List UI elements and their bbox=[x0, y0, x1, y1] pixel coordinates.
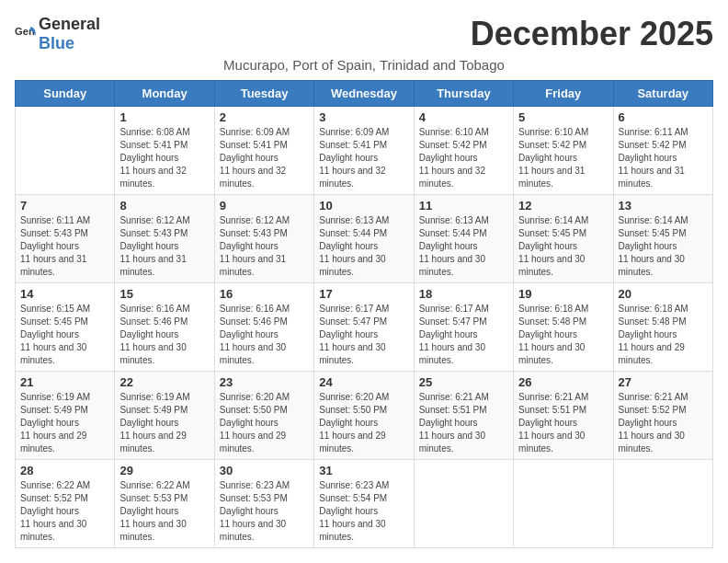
day-number: 6 bbox=[619, 110, 708, 124]
subtitle: Mucurapo, Port of Spain, Trinidad and To… bbox=[15, 57, 713, 73]
day-header-wednesday: Wednesday bbox=[314, 81, 414, 107]
day-number: 16 bbox=[220, 287, 309, 301]
day-info: Sunrise: 6:23 AMSunset: 5:53 PMDaylight … bbox=[220, 479, 309, 544]
calendar-cell: 26Sunrise: 6:21 AMSunset: 5:51 PMDayligh… bbox=[514, 372, 613, 460]
day-info: Sunrise: 6:20 AMSunset: 5:50 PMDaylight … bbox=[220, 391, 309, 455]
calendar-cell: 3Sunrise: 6:09 AMSunset: 5:41 PMDaylight… bbox=[314, 107, 414, 195]
calendar-week-row: 7Sunrise: 6:11 AMSunset: 5:43 PMDaylight… bbox=[16, 195, 713, 283]
day-number: 10 bbox=[319, 199, 408, 213]
logo: Gen General Blue bbox=[15, 15, 100, 53]
day-info: Sunrise: 6:10 AMSunset: 5:42 PMDaylight … bbox=[419, 126, 508, 190]
day-info: Sunrise: 6:21 AMSunset: 5:51 PMDaylight … bbox=[518, 391, 608, 455]
day-info: Sunrise: 6:19 AMSunset: 5:49 PMDaylight … bbox=[119, 391, 209, 455]
day-info: Sunrise: 6:18 AMSunset: 5:48 PMDaylight … bbox=[619, 303, 708, 367]
calendar-cell: 9Sunrise: 6:12 AMSunset: 5:43 PMDaylight… bbox=[214, 195, 313, 283]
day-header-friday: Friday bbox=[514, 81, 613, 107]
day-info: Sunrise: 6:21 AMSunset: 5:51 PMDaylight … bbox=[419, 391, 508, 455]
calendar-week-row: 21Sunrise: 6:19 AMSunset: 5:49 PMDayligh… bbox=[16, 372, 713, 460]
day-header-thursday: Thursday bbox=[414, 81, 513, 107]
day-number: 20 bbox=[619, 287, 708, 301]
calendar-cell: 31Sunrise: 6:23 AMSunset: 5:54 PMDayligh… bbox=[314, 460, 414, 548]
day-number: 25 bbox=[419, 375, 508, 389]
day-number: 2 bbox=[220, 110, 309, 124]
day-number: 3 bbox=[319, 110, 408, 124]
day-info: Sunrise: 6:16 AMSunset: 5:46 PMDaylight … bbox=[119, 303, 209, 367]
calendar-cell: 27Sunrise: 6:21 AMSunset: 5:52 PMDayligh… bbox=[613, 372, 712, 460]
calendar-cell: 2Sunrise: 6:09 AMSunset: 5:41 PMDaylight… bbox=[214, 107, 313, 195]
calendar-cell bbox=[514, 460, 613, 548]
day-info: Sunrise: 6:13 AMSunset: 5:44 PMDaylight … bbox=[419, 214, 508, 279]
day-info: Sunrise: 6:19 AMSunset: 5:49 PMDaylight … bbox=[20, 391, 109, 455]
calendar-week-row: 1Sunrise: 6:08 AMSunset: 5:41 PMDaylight… bbox=[16, 107, 713, 195]
day-info: Sunrise: 6:09 AMSunset: 5:41 PMDaylight … bbox=[319, 126, 408, 190]
day-header-monday: Monday bbox=[115, 81, 214, 107]
calendar-cell: 25Sunrise: 6:21 AMSunset: 5:51 PMDayligh… bbox=[414, 372, 513, 460]
day-number: 8 bbox=[119, 199, 209, 213]
day-info: Sunrise: 6:13 AMSunset: 5:44 PMDaylight … bbox=[319, 214, 408, 279]
day-number: 28 bbox=[20, 464, 109, 477]
day-number: 19 bbox=[518, 287, 608, 301]
calendar-cell: 16Sunrise: 6:16 AMSunset: 5:46 PMDayligh… bbox=[214, 283, 313, 372]
calendar-cell: 29Sunrise: 6:22 AMSunset: 5:53 PMDayligh… bbox=[115, 460, 214, 548]
calendar-cell: 22Sunrise: 6:19 AMSunset: 5:49 PMDayligh… bbox=[115, 372, 214, 460]
day-info: Sunrise: 6:17 AMSunset: 5:47 PMDaylight … bbox=[419, 303, 508, 367]
calendar-cell: 23Sunrise: 6:20 AMSunset: 5:50 PMDayligh… bbox=[214, 372, 313, 460]
day-info: Sunrise: 6:14 AMSunset: 5:45 PMDaylight … bbox=[518, 214, 608, 279]
day-header-saturday: Saturday bbox=[613, 81, 712, 107]
day-info: Sunrise: 6:14 AMSunset: 5:45 PMDaylight … bbox=[619, 214, 708, 279]
calendar-cell: 13Sunrise: 6:14 AMSunset: 5:45 PMDayligh… bbox=[613, 195, 712, 283]
day-header-tuesday: Tuesday bbox=[214, 81, 313, 107]
day-header-sunday: Sunday bbox=[16, 81, 115, 107]
day-info: Sunrise: 6:16 AMSunset: 5:46 PMDaylight … bbox=[220, 303, 309, 367]
day-number: 29 bbox=[119, 464, 209, 477]
calendar-cell: 15Sunrise: 6:16 AMSunset: 5:46 PMDayligh… bbox=[115, 283, 214, 372]
day-info: Sunrise: 6:12 AMSunset: 5:43 PMDaylight … bbox=[119, 214, 209, 279]
day-info: Sunrise: 6:21 AMSunset: 5:52 PMDaylight … bbox=[619, 391, 708, 455]
day-info: Sunrise: 6:15 AMSunset: 5:45 PMDaylight … bbox=[20, 303, 109, 367]
calendar-cell: 17Sunrise: 6:17 AMSunset: 5:47 PMDayligh… bbox=[314, 283, 414, 372]
day-number: 21 bbox=[20, 375, 109, 389]
calendar-cell: 8Sunrise: 6:12 AMSunset: 5:43 PMDaylight… bbox=[115, 195, 214, 283]
day-number: 13 bbox=[619, 199, 708, 213]
day-info: Sunrise: 6:08 AMSunset: 5:41 PMDaylight … bbox=[119, 126, 209, 190]
day-number: 14 bbox=[20, 287, 109, 301]
logo-general: General bbox=[39, 15, 100, 33]
logo-icon: Gen bbox=[15, 23, 37, 45]
day-number: 5 bbox=[518, 110, 608, 124]
calendar-cell: 21Sunrise: 6:19 AMSunset: 5:49 PMDayligh… bbox=[16, 372, 115, 460]
calendar-cell bbox=[16, 107, 115, 195]
day-number: 12 bbox=[518, 199, 608, 213]
calendar-cell: 18Sunrise: 6:17 AMSunset: 5:47 PMDayligh… bbox=[414, 283, 513, 372]
day-number: 15 bbox=[119, 287, 209, 301]
day-number: 27 bbox=[619, 375, 708, 389]
day-number: 31 bbox=[319, 464, 408, 477]
calendar-cell: 24Sunrise: 6:20 AMSunset: 5:50 PMDayligh… bbox=[314, 372, 414, 460]
calendar-cell: 20Sunrise: 6:18 AMSunset: 5:48 PMDayligh… bbox=[613, 283, 712, 372]
calendar-cell: 14Sunrise: 6:15 AMSunset: 5:45 PMDayligh… bbox=[16, 283, 115, 372]
calendar-cell: 1Sunrise: 6:08 AMSunset: 5:41 PMDaylight… bbox=[115, 107, 214, 195]
day-number: 17 bbox=[319, 287, 408, 301]
day-number: 23 bbox=[220, 375, 309, 389]
day-number: 26 bbox=[518, 375, 608, 389]
calendar-cell bbox=[613, 460, 712, 548]
day-info: Sunrise: 6:11 AMSunset: 5:42 PMDaylight … bbox=[619, 126, 708, 190]
calendar-cell: 11Sunrise: 6:13 AMSunset: 5:44 PMDayligh… bbox=[414, 195, 513, 283]
calendar-cell: 28Sunrise: 6:22 AMSunset: 5:52 PMDayligh… bbox=[16, 460, 115, 548]
calendar-cell: 7Sunrise: 6:11 AMSunset: 5:43 PMDaylight… bbox=[16, 195, 115, 283]
calendar-week-row: 28Sunrise: 6:22 AMSunset: 5:52 PMDayligh… bbox=[16, 460, 713, 548]
header: Gen General Blue December 2025 bbox=[15, 15, 713, 53]
logo-blue: Blue bbox=[39, 34, 74, 52]
calendar-cell: 5Sunrise: 6:10 AMSunset: 5:42 PMDaylight… bbox=[514, 107, 613, 195]
day-number: 11 bbox=[419, 199, 508, 213]
calendar-table: SundayMondayTuesdayWednesdayThursdayFrid… bbox=[15, 80, 713, 548]
day-number: 1 bbox=[119, 110, 209, 124]
day-info: Sunrise: 6:12 AMSunset: 5:43 PMDaylight … bbox=[220, 214, 309, 279]
day-number: 18 bbox=[419, 287, 508, 301]
day-number: 24 bbox=[319, 375, 408, 389]
calendar-cell: 19Sunrise: 6:18 AMSunset: 5:48 PMDayligh… bbox=[514, 283, 613, 372]
day-info: Sunrise: 6:11 AMSunset: 5:43 PMDaylight … bbox=[20, 214, 109, 279]
calendar-cell: 4Sunrise: 6:10 AMSunset: 5:42 PMDaylight… bbox=[414, 107, 513, 195]
day-info: Sunrise: 6:22 AMSunset: 5:52 PMDaylight … bbox=[20, 479, 109, 544]
day-number: 9 bbox=[220, 199, 309, 213]
day-info: Sunrise: 6:22 AMSunset: 5:53 PMDaylight … bbox=[119, 479, 209, 544]
